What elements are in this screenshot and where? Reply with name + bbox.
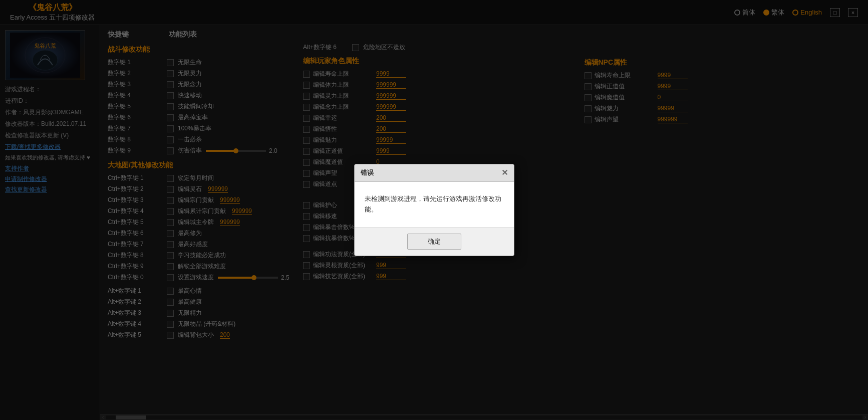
modal-close-button[interactable]: ✕ [501,169,508,177]
error-modal: 错误 ✕ 未检测到游戏进程，请先运行游戏再激活修改功能。 确定 [354,164,514,256]
modal-title-bar: 错误 ✕ [355,164,514,182]
modal-body: 未检测到游戏进程，请先运行游戏再激活修改功能。 [355,182,514,227]
modal-message: 未检测到游戏进程，请先运行游戏再激活修改功能。 [365,195,501,213]
modal-overlay[interactable]: 错误 ✕ 未检测到游戏进程，请先运行游戏再激活修改功能。 确定 [0,0,868,420]
modal-confirm-button[interactable]: 确定 [407,234,461,250]
modal-footer: 确定 [355,227,514,256]
modal-title: 错误 [361,168,374,177]
